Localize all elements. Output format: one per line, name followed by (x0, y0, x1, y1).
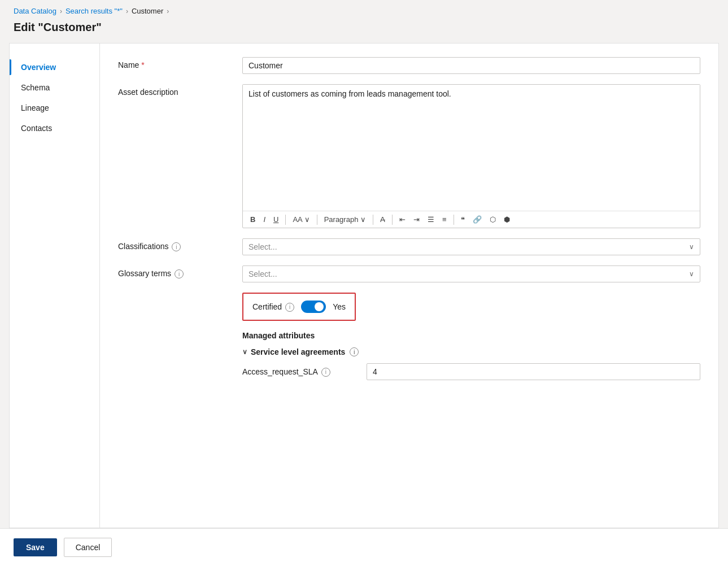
name-row: Name * (118, 57, 700, 74)
description-row: Asset description List of customers as c… (118, 84, 700, 228)
toggle-thumb (315, 302, 324, 311)
name-label: Name * (118, 57, 242, 69)
sla-row-0: Access_request_SLA i (242, 363, 700, 380)
toolbar-indent[interactable]: ⇥ (411, 214, 422, 225)
textarea-container: List of customers as coming from leads m… (242, 84, 700, 228)
sla-chevron-icon: ∨ (242, 348, 247, 356)
main-content: Overview Schema Lineage Contacts Name * (9, 43, 719, 528)
toolbar-paragraph[interactable]: Paragraph ∨ (321, 214, 369, 225)
toggle-track (301, 301, 326, 313)
save-button[interactable]: Save (14, 538, 57, 556)
description-wrapper: List of customers as coming from leads m… (242, 84, 700, 228)
breadcrumb-data-catalog[interactable]: Data Catalog (14, 7, 56, 15)
description-label: Asset description (118, 84, 242, 97)
sla-input-0[interactable] (367, 363, 700, 380)
sla-title: Service level agreements (251, 347, 345, 356)
certified-label: Certified i (252, 302, 294, 312)
page-wrapper: Data Catalog › Search results "*" › Cust… (0, 0, 728, 566)
page-title: Edit "Customer" (0, 19, 728, 43)
classifications-row: Classifications i Select... ∨ (118, 238, 700, 255)
toolbar-code[interactable]: ⬡ (487, 214, 499, 225)
form-area: Name * Asset description List of custome… (100, 43, 718, 528)
glossary-chevron: ∨ (689, 270, 694, 278)
breadcrumb-sep-2: › (126, 7, 128, 15)
certified-highlight-box: Certified i Yes (242, 293, 356, 321)
sidebar-item-schema[interactable]: Schema (10, 77, 99, 98)
toolbar-sep-1 (285, 215, 286, 225)
certified-toggle[interactable] (301, 301, 326, 313)
sla-header[interactable]: ∨ Service level agreements i (242, 347, 700, 356)
toolbar-outdent[interactable]: ⇤ (396, 214, 408, 225)
breadcrumb-sep-1: › (60, 7, 62, 15)
toolbar-font-size[interactable]: AA ∨ (290, 214, 312, 225)
classifications-placeholder: Select... (249, 242, 277, 251)
classifications-info-icon[interactable]: i (172, 242, 181, 251)
toolbar-strikethrough[interactable]: A̶ (377, 214, 388, 225)
toolbar-bold[interactable]: B (247, 214, 258, 225)
sla-label-text-0: Access_request_SLA (242, 367, 318, 376)
sidebar-item-contacts[interactable]: Contacts (10, 118, 99, 138)
sidebar: Overview Schema Lineage Contacts (10, 43, 100, 528)
breadcrumb: Data Catalog › Search results "*" › Cust… (0, 0, 728, 19)
certified-value: Yes (333, 302, 346, 311)
toolbar-quote[interactable]: ❝ (458, 214, 468, 225)
name-required: * (141, 60, 144, 69)
cancel-button[interactable]: Cancel (64, 538, 112, 557)
sla-info-icon[interactable]: i (350, 347, 359, 356)
classifications-label: Classifications i (118, 238, 242, 251)
glossary-label: Glossary terms i (118, 265, 242, 278)
sidebar-item-lineage[interactable]: Lineage (10, 98, 99, 118)
toolbar-sep-3 (373, 215, 373, 225)
description-textarea[interactable]: List of customers as coming from leads m… (243, 85, 700, 209)
certified-row: Certified i Yes (118, 293, 700, 321)
toolbar-underline[interactable]: U (271, 214, 281, 225)
toolbar-sep-5 (454, 215, 454, 225)
breadcrumb-sep-3: › (167, 7, 169, 15)
breadcrumb-search-results[interactable]: Search results "*" (66, 7, 123, 15)
classifications-chevron: ∨ (689, 243, 694, 251)
editor-toolbar: B I U AA ∨ Paragraph ∨ A̶ ⇤ ⇥ (243, 211, 700, 228)
sla-section: ∨ Service level agreements i Access_requ… (118, 347, 700, 380)
glossary-placeholder: Select... (249, 269, 277, 278)
toolbar-bullet-list[interactable]: ☰ (425, 214, 437, 225)
toolbar-link[interactable]: 🔗 (470, 214, 485, 225)
sidebar-item-overview[interactable]: Overview (10, 57, 99, 77)
toolbar-italic[interactable]: I (260, 214, 268, 225)
glossary-row: Glossary terms i Select... ∨ (118, 265, 700, 282)
managed-attributes-title: Managed attributes (118, 331, 700, 340)
certified-info-icon[interactable]: i (285, 303, 294, 312)
sla-field-info-icon-0[interactable]: i (321, 368, 330, 377)
glossary-info-icon[interactable]: i (175, 269, 184, 278)
classifications-control: Select... ∨ (242, 238, 700, 255)
toolbar-ordered-list[interactable]: ≡ (439, 214, 450, 225)
name-field-wrapper (242, 57, 700, 74)
breadcrumb-customer: Customer (132, 7, 163, 15)
name-input[interactable] (242, 57, 700, 74)
toolbar-sep-2 (317, 215, 317, 225)
glossary-control: Select... ∨ (242, 265, 700, 282)
classifications-dropdown[interactable]: Select... ∨ (242, 238, 700, 255)
toolbar-more[interactable]: ⬢ (501, 214, 513, 225)
footer-bar: Save Cancel (0, 528, 728, 566)
glossary-dropdown[interactable]: Select... ∨ (242, 265, 700, 282)
toolbar-sep-4 (392, 215, 393, 225)
sla-field-label-0: Access_request_SLA i (242, 367, 367, 377)
